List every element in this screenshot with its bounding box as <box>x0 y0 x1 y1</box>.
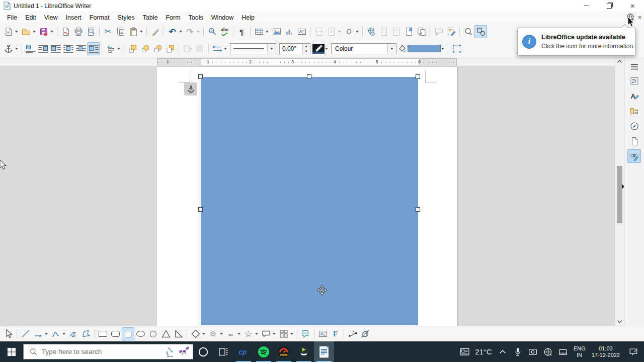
find-replace-button[interactable]: a <box>206 25 218 38</box>
stars-dropdown[interactable] <box>255 333 258 335</box>
save-button[interactable] <box>37 25 50 38</box>
new-document-dropdown[interactable] <box>15 31 18 33</box>
menu-insert[interactable]: Insert <box>62 13 86 23</box>
bring-to-front-button[interactable] <box>126 42 139 55</box>
wrap-left-button[interactable] <box>37 42 49 55</box>
stars-banners-button[interactable]: ☆ <box>242 327 255 340</box>
redo-button[interactable]: ↷ <box>184 25 196 38</box>
callout-shapes-button[interactable] <box>260 327 272 340</box>
save-dropdown[interactable] <box>50 31 53 33</box>
arrow-style-dropdown[interactable] <box>224 48 227 50</box>
anchor-dropdown[interactable] <box>15 48 18 50</box>
transformations-button[interactable] <box>450 42 463 55</box>
microphone-icon[interactable] <box>510 341 525 362</box>
scroll-up-arrow[interactable] <box>615 57 624 65</box>
menu-table[interactable]: Table <box>138 13 162 23</box>
sidebar-item-styles[interactable]: A <box>627 89 641 103</box>
menu-styles[interactable]: Styles <box>113 13 138 23</box>
send-to-back-button[interactable] <box>164 42 177 55</box>
line-style-select[interactable] <box>230 43 276 54</box>
rounded-rectangle-button[interactable] <box>109 327 122 340</box>
formatting-marks-button[interactable]: ¶ <box>235 25 248 38</box>
sidebar-item-gallery[interactable] <box>627 104 641 118</box>
back-one-button[interactable] <box>151 42 164 55</box>
freeform-line-button[interactable] <box>67 327 79 340</box>
wrap-off-button[interactable] <box>24 42 37 55</box>
symbol-shapes-button[interactable]: ☺ <box>207 327 219 340</box>
insert-hyperlink-button[interactable] <box>365 25 377 38</box>
show-draw-functions-button[interactable] <box>474 25 487 38</box>
copy-button[interactable] <box>114 25 127 38</box>
block-arrows-dropdown[interactable] <box>237 333 240 335</box>
align-objects-button[interactable] <box>104 42 117 55</box>
insert-image-button[interactable] <box>270 25 283 38</box>
insert-footnote-button[interactable]: 1 <box>377 25 390 38</box>
page-break-button[interactable] <box>312 25 325 38</box>
special-character-dropdown[interactable] <box>356 31 359 33</box>
app-libreoffice-writer[interactable] <box>314 341 334 362</box>
sidebar-settings-button[interactable] <box>627 60 641 73</box>
vertical-callout-button[interactable] <box>299 327 312 340</box>
shape-anchor-badge[interactable] <box>184 82 197 96</box>
insert-field-button[interactable] <box>325 25 338 38</box>
menu-file[interactable]: File <box>3 13 21 23</box>
anchor-button[interactable] <box>2 42 15 55</box>
fontwork-button[interactable]: F <box>329 327 342 340</box>
tray-overflow-chevron[interactable] <box>495 341 510 362</box>
sidebar-item-navigator[interactable] <box>627 119 641 133</box>
undo-button[interactable]: ↶ <box>166 25 179 38</box>
flowchart-shapes-button[interactable] <box>277 327 290 340</box>
handle-top-right[interactable] <box>416 74 420 79</box>
line-color-button[interactable] <box>312 42 325 55</box>
wrap-right-button[interactable] <box>49 42 62 55</box>
export-pdf-button[interactable] <box>59 25 72 38</box>
symbol-shapes-dropdown[interactable] <box>220 333 223 335</box>
clock[interactable]: 01:03 17-12-2022 <box>589 345 623 358</box>
menu-format[interactable]: Format <box>86 13 114 23</box>
language-indicator[interactable]: ENG IN <box>571 345 589 358</box>
menu-view[interactable]: View <box>40 13 62 23</box>
app-media-editor[interactable] <box>294 341 314 362</box>
paste-dropdown[interactable] <box>140 31 143 33</box>
handle-middle-left[interactable] <box>198 207 203 212</box>
handle-middle-right[interactable] <box>416 207 420 212</box>
select-button[interactable] <box>2 327 15 340</box>
print-button[interactable] <box>72 25 85 38</box>
clone-formatting-button[interactable] <box>149 25 162 38</box>
arrow-style-button[interactable] <box>211 42 223 55</box>
sidebar-item-page[interactable] <box>627 134 641 148</box>
area-style-select[interactable]: Colour <box>331 43 396 54</box>
cross-reference-button[interactable] <box>415 25 428 38</box>
line-style-dropdown[interactable] <box>267 44 276 54</box>
sidebar-item-properties[interactable] <box>627 74 641 87</box>
close-button[interactable]: × <box>621 0 644 12</box>
paste-button[interactable] <box>127 25 139 38</box>
forward-one-button[interactable] <box>139 42 151 55</box>
update-notification-popup[interactable]: i LibreOffice update available Click the… <box>517 28 636 56</box>
line-width-value[interactable]: 0.00" <box>279 43 302 54</box>
wrap-optimal-button[interactable] <box>87 42 100 55</box>
search-input[interactable] <box>41 347 162 356</box>
edit-points-button[interactable] <box>346 327 359 340</box>
wrap-parallel-button[interactable] <box>62 42 74 55</box>
basic-shapes-dropdown[interactable] <box>202 333 205 335</box>
temperature-label[interactable]: 21°C <box>472 348 495 355</box>
line-width-up[interactable]: ▲ <box>302 44 310 49</box>
polygon-button[interactable] <box>79 327 92 340</box>
menu-help[interactable]: Help <box>237 13 259 23</box>
line-width-down[interactable]: ▼ <box>302 49 310 54</box>
app-cp[interactable]: cp <box>233 341 254 362</box>
open-button[interactable] <box>20 25 32 38</box>
scroll-down-arrow[interactable] <box>615 318 624 326</box>
news-widget-icon[interactable] <box>457 341 472 362</box>
horizontal-ruler[interactable]: 1 1234567 <box>157 58 457 65</box>
open-dropdown[interactable] <box>33 31 36 33</box>
to-foreground-button[interactable] <box>181 42 194 55</box>
area-style-dropdown[interactable] <box>387 44 396 54</box>
vertical-scrollbar[interactable] <box>615 57 624 326</box>
square-button[interactable] <box>122 327 134 340</box>
special-character-button[interactable]: Ω <box>343 25 355 38</box>
taskbar-search-box[interactable] <box>23 344 193 359</box>
menu-form[interactable]: Form <box>162 13 184 23</box>
screen-record-icon[interactable] <box>525 341 540 362</box>
